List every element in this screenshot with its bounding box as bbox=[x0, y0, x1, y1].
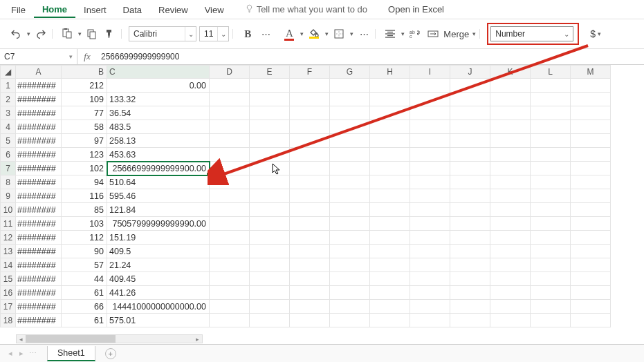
cell-I11[interactable] bbox=[410, 217, 450, 231]
cell-E3[interactable] bbox=[250, 106, 290, 120]
cell-E6[interactable] bbox=[250, 148, 290, 162]
row-header-2[interactable]: 2 bbox=[1, 93, 16, 106]
cell-A3[interactable]: ######## bbox=[16, 106, 62, 120]
cell-B11[interactable]: 103 bbox=[62, 217, 107, 231]
tab-file[interactable]: File bbox=[3, 1, 34, 17]
row-header-16[interactable]: 16 bbox=[1, 286, 16, 300]
tab-view[interactable]: View bbox=[196, 1, 232, 17]
cell-L6[interactable] bbox=[531, 148, 571, 162]
cell-D14[interactable] bbox=[210, 258, 250, 272]
cell-J12[interactable] bbox=[450, 231, 490, 245]
cell-C1[interactable]: 0.00 bbox=[107, 79, 210, 93]
cell-A18[interactable]: ######## bbox=[16, 314, 62, 327]
cell-M17[interactable] bbox=[571, 300, 611, 314]
cell-G10[interactable] bbox=[330, 203, 370, 217]
cell-J6[interactable] bbox=[450, 148, 490, 162]
cell-F8[interactable] bbox=[290, 175, 330, 189]
cell-E16[interactable] bbox=[250, 286, 290, 300]
cell-A7[interactable]: ######## bbox=[16, 162, 62, 175]
cell-B12[interactable]: 112 bbox=[62, 231, 107, 245]
cell-G9[interactable] bbox=[330, 189, 370, 203]
cell-B15[interactable]: 44 bbox=[62, 272, 107, 286]
cell-H9[interactable] bbox=[370, 189, 410, 203]
cell-E10[interactable] bbox=[250, 203, 290, 217]
column-header-K[interactable]: K bbox=[490, 66, 531, 79]
cell-L17[interactable] bbox=[531, 300, 571, 314]
cell-B17[interactable]: 66 bbox=[62, 300, 107, 314]
cell-C12[interactable]: 151.19 bbox=[107, 231, 210, 245]
cell-E9[interactable] bbox=[250, 189, 290, 203]
add-sheet-button[interactable]: + bbox=[105, 348, 116, 359]
cell-J1[interactable] bbox=[450, 79, 490, 93]
row-header-6[interactable]: 6 bbox=[1, 148, 16, 162]
cell-I8[interactable] bbox=[410, 175, 450, 189]
cell-C9[interactable]: 595.46 bbox=[107, 189, 210, 203]
cell-M9[interactable] bbox=[571, 189, 611, 203]
number-format-select[interactable]: Number⌄ bbox=[490, 26, 573, 41]
row-header-5[interactable]: 5 bbox=[1, 134, 16, 148]
cell-B13[interactable]: 90 bbox=[62, 245, 107, 258]
cell-H10[interactable] bbox=[370, 203, 410, 217]
sheet-nav[interactable]: ◂▸⋯ bbox=[0, 349, 43, 358]
cell-C10[interactable]: 121.84 bbox=[107, 203, 210, 217]
cell-G16[interactable] bbox=[330, 286, 370, 300]
cell-E1[interactable] bbox=[250, 79, 290, 93]
cell-J5[interactable] bbox=[450, 134, 490, 148]
tab-home[interactable]: Home bbox=[34, 1, 75, 18]
cell-G18[interactable] bbox=[330, 314, 370, 327]
cell-D13[interactable] bbox=[210, 245, 250, 258]
cell-G8[interactable] bbox=[330, 175, 370, 189]
cell-B2[interactable]: 109 bbox=[62, 93, 107, 106]
cell-D4[interactable] bbox=[210, 120, 250, 134]
cell-M5[interactable] bbox=[571, 134, 611, 148]
cell-I1[interactable] bbox=[410, 79, 450, 93]
cell-K4[interactable] bbox=[490, 120, 531, 134]
cell-M16[interactable] bbox=[571, 286, 611, 300]
cell-B9[interactable]: 116 bbox=[62, 189, 107, 203]
cell-L8[interactable] bbox=[531, 175, 571, 189]
cell-K15[interactable] bbox=[490, 272, 531, 286]
cell-E4[interactable] bbox=[250, 120, 290, 134]
cell-D11[interactable] bbox=[210, 217, 250, 231]
cell-L16[interactable] bbox=[531, 286, 571, 300]
cell-D5[interactable] bbox=[210, 134, 250, 148]
cell-I3[interactable] bbox=[410, 106, 450, 120]
cell-M10[interactable] bbox=[571, 203, 611, 217]
cell-A11[interactable]: ######## bbox=[16, 217, 62, 231]
cell-H15[interactable] bbox=[370, 272, 410, 286]
cell-D15[interactable] bbox=[210, 272, 250, 286]
cell-H6[interactable] bbox=[370, 148, 410, 162]
cell-H13[interactable] bbox=[370, 245, 410, 258]
cell-A17[interactable]: ######## bbox=[16, 300, 62, 314]
row-header-9[interactable]: 9 bbox=[1, 189, 16, 203]
cell-C3[interactable]: 36.54 bbox=[107, 106, 210, 120]
cell-B14[interactable]: 57 bbox=[62, 258, 107, 272]
cell-L2[interactable] bbox=[531, 93, 571, 106]
cell-D8[interactable] bbox=[210, 175, 250, 189]
cell-K16[interactable] bbox=[490, 286, 531, 300]
cell-C8[interactable]: 510.64 bbox=[107, 175, 210, 189]
cell-H2[interactable] bbox=[370, 93, 410, 106]
cell-I7[interactable] bbox=[410, 162, 450, 175]
cell-K13[interactable] bbox=[490, 245, 531, 258]
cell-F15[interactable] bbox=[290, 272, 330, 286]
cell-L7[interactable] bbox=[531, 162, 571, 175]
cell-L9[interactable] bbox=[531, 189, 571, 203]
bold-button[interactable]: B bbox=[240, 26, 255, 41]
column-header-B[interactable]: B bbox=[62, 66, 107, 79]
cell-M15[interactable] bbox=[571, 272, 611, 286]
cell-C2[interactable]: 133.32 bbox=[107, 93, 210, 106]
cell-K7[interactable] bbox=[490, 162, 531, 175]
cell-A15[interactable]: ######## bbox=[16, 272, 62, 286]
horizontal-scrollbar[interactable]: ◂▸ bbox=[16, 334, 203, 343]
font-size-select[interactable]: 11⌄ bbox=[199, 26, 229, 41]
sheet-tab-sheet1[interactable]: Sheet1 bbox=[47, 346, 95, 361]
font-color-button[interactable]: A bbox=[282, 26, 297, 41]
cell-A6[interactable]: ######## bbox=[16, 148, 62, 162]
cell-H14[interactable] bbox=[370, 258, 410, 272]
cell-L3[interactable] bbox=[531, 106, 571, 120]
cell-F14[interactable] bbox=[290, 258, 330, 272]
cell-H3[interactable] bbox=[370, 106, 410, 120]
row-header-15[interactable]: 15 bbox=[1, 272, 16, 286]
row-header-7[interactable]: 7 bbox=[1, 162, 16, 175]
